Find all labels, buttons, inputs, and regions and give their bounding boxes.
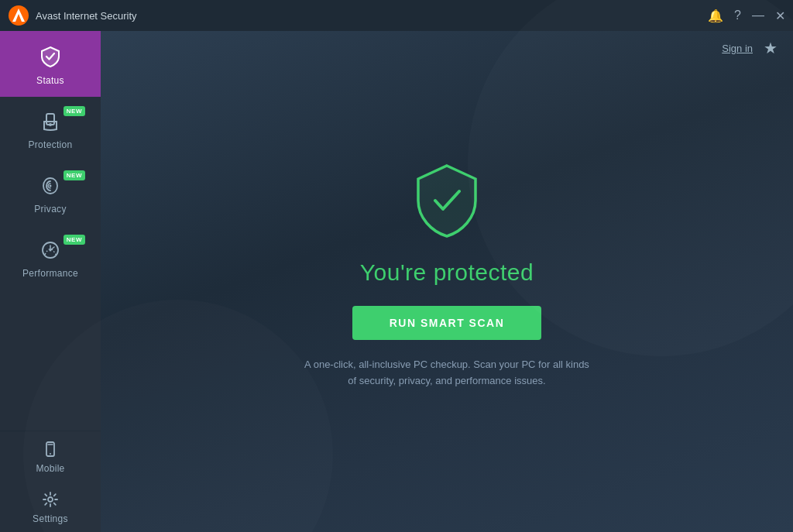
- privacy-icon: [39, 175, 61, 201]
- protection-label: Protection: [28, 139, 72, 150]
- close-button[interactable]: ✕: [775, 9, 785, 23]
- protection-icon: [39, 111, 61, 136]
- sidebar: Status NEW Protection NEW: [0, 31, 101, 532]
- svg-point-7: [50, 453, 51, 455]
- sidebar-bottom: Mobile Settings: [0, 431, 101, 532]
- favorite-icon[interactable]: ★: [764, 39, 778, 57]
- svg-point-9: [48, 497, 53, 502]
- privacy-label: Privacy: [34, 204, 66, 215]
- sidebar-item-performance[interactable]: NEW Performance: [0, 225, 101, 290]
- signin-link[interactable]: Sign in: [722, 43, 753, 54]
- run-smart-scan-button[interactable]: RUN SMART SCAN: [352, 306, 542, 340]
- svg-point-0: [9, 5, 29, 26]
- minimize-button[interactable]: —: [752, 9, 764, 22]
- settings-label: Settings: [33, 513, 68, 524]
- sidebar-item-privacy[interactable]: NEW Privacy: [0, 161, 101, 225]
- titlebar: Avast Internet Security 🔔 ? — ✕: [0, 0, 793, 31]
- scan-description: A one-click, all-inclusive PC checkup. S…: [300, 357, 594, 390]
- svg-rect-1: [46, 114, 54, 125]
- svg-point-3: [50, 185, 52, 187]
- svg-point-2: [49, 123, 52, 126]
- notification-icon[interactable]: 🔔: [708, 9, 723, 23]
- settings-icon: [42, 491, 59, 510]
- mobile-label: Mobile: [36, 463, 64, 474]
- protection-badge: NEW: [64, 106, 85, 116]
- performance-badge: NEW: [64, 235, 85, 245]
- privacy-badge: NEW: [64, 170, 85, 180]
- topbar: Sign in ★: [101, 31, 793, 65]
- status-label: Status: [36, 75, 64, 86]
- app-title: Avast Internet Security: [36, 10, 708, 22]
- sidebar-item-settings[interactable]: Settings: [0, 482, 101, 532]
- sidebar-item-mobile[interactable]: Mobile: [0, 431, 101, 482]
- performance-icon: [39, 239, 61, 265]
- sidebar-item-protection[interactable]: NEW Protection: [0, 97, 101, 161]
- window-controls: 🔔 ? — ✕: [708, 9, 785, 23]
- status-icon: [39, 45, 62, 72]
- shield-icon: [412, 162, 482, 239]
- help-icon[interactable]: ?: [734, 9, 741, 22]
- performance-label: Performance: [22, 268, 78, 279]
- app-body: Status NEW Protection NEW: [0, 31, 793, 532]
- mobile-icon: [42, 441, 59, 460]
- shield-container: [412, 162, 482, 242]
- main-content: Sign in ★ You're protected RUN SMART SCA…: [101, 31, 793, 532]
- center-content: You're protected RUN SMART SCAN A one-cl…: [101, 65, 793, 532]
- sidebar-item-status[interactable]: Status: [0, 31, 101, 97]
- avast-logo: [8, 5, 29, 26]
- status-text: You're protected: [360, 259, 534, 286]
